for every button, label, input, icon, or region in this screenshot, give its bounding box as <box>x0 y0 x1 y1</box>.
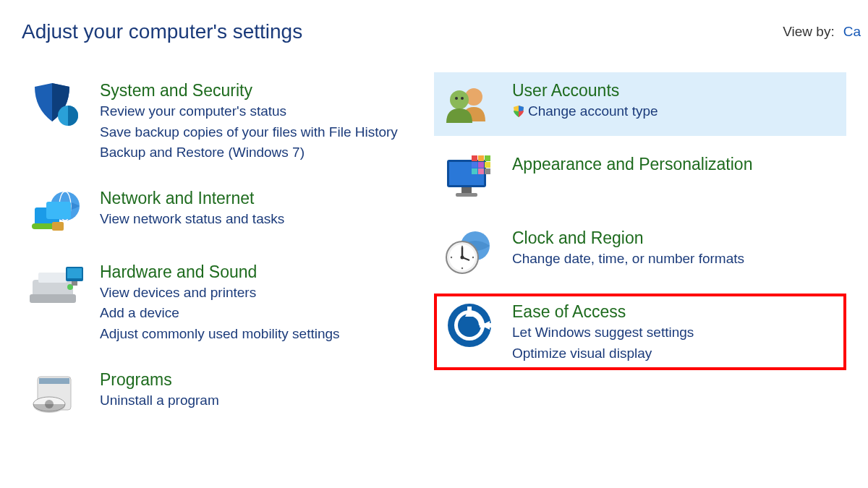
view-by-value[interactable]: Ca <box>843 24 861 40</box>
svg-rect-27 <box>461 187 472 193</box>
category-content: Ease of AccessLet Windows suggest settin… <box>512 301 694 363</box>
category-clock: Clock and RegionChange date, time, or nu… <box>434 220 846 283</box>
category-title[interactable]: Hardware and Sound <box>100 262 340 282</box>
category-link[interactable]: Optimize visual display <box>512 344 694 364</box>
category-link[interactable]: Let Windows suggest settings <box>512 323 694 343</box>
link-label: Change account type <box>528 102 658 121</box>
svg-rect-37 <box>485 168 490 174</box>
svg-rect-14 <box>72 281 77 286</box>
category-title[interactable]: Programs <box>100 370 219 390</box>
svg-point-22 <box>450 90 469 109</box>
category-appearance: Appearance and Personalization <box>434 146 846 210</box>
category-link[interactable]: Backup and Restore (Windows 7) <box>100 143 398 163</box>
category-link[interactable]: Uninstall a program <box>100 391 219 411</box>
ease-icon[interactable] <box>441 301 498 350</box>
clock-icon[interactable] <box>441 227 498 276</box>
svg-rect-10 <box>30 294 76 303</box>
category-content: User Accounts Change account type <box>512 80 658 129</box>
svg-point-24 <box>461 97 464 100</box>
link-label: Save backup copies of your files with Fi… <box>100 123 398 142</box>
programs-icon[interactable] <box>29 369 85 418</box>
svg-rect-36 <box>478 168 484 174</box>
category-title[interactable]: Network and Internet <box>100 189 284 208</box>
uac-shield-icon <box>512 105 525 118</box>
category-title[interactable]: System and Security <box>100 81 398 100</box>
category-link[interactable]: Adjust commonly used mobility settings <box>100 325 340 344</box>
svg-point-43 <box>461 256 464 260</box>
left-column: System and SecurityReview your computer'… <box>22 72 427 425</box>
category-content: ProgramsUninstall a program <box>100 369 219 418</box>
link-label: Backup and Restore (Windows 7) <box>100 143 305 163</box>
header: Adjust your computer's settings View by:… <box>0 0 868 43</box>
link-label: Add a device <box>100 304 179 323</box>
svg-rect-35 <box>472 168 477 174</box>
link-label: Uninstall a program <box>100 391 219 411</box>
category-ease: Ease of AccessLet Windows suggest settin… <box>434 294 846 370</box>
svg-rect-33 <box>478 162 484 168</box>
category-title[interactable]: Ease of Access <box>512 302 694 322</box>
category-content: Hardware and SoundView devices and print… <box>100 261 340 344</box>
category-link[interactable]: View devices and printers <box>100 283 340 303</box>
link-label: Adjust commonly used mobility settings <box>100 325 340 344</box>
category-network: Network and InternetView network status … <box>22 180 427 244</box>
category-link[interactable]: Add a device <box>100 304 340 323</box>
svg-rect-6 <box>52 222 64 231</box>
category-title[interactable]: Appearance and Personalization <box>512 155 752 174</box>
network-icon[interactable] <box>29 187 85 236</box>
link-label: View network status and tasks <box>100 210 284 229</box>
category-link[interactable]: Save backup copies of your files with Fi… <box>100 123 398 142</box>
category-columns: System and SecurityReview your computer'… <box>0 43 868 425</box>
svg-rect-13 <box>67 268 82 278</box>
svg-point-47 <box>472 257 474 258</box>
category-link[interactable]: Change account type <box>512 102 658 121</box>
category-title[interactable]: User Accounts <box>512 81 658 100</box>
svg-rect-16 <box>39 378 69 384</box>
svg-rect-9 <box>38 273 67 283</box>
category-hardware: Hardware and SoundView devices and print… <box>22 254 427 351</box>
category-content: Clock and RegionChange date, time, or nu… <box>512 227 744 276</box>
page-title: Adjust your computer's settings <box>22 20 302 43</box>
view-by-label: View by: <box>783 24 834 40</box>
category-content: Network and InternetView network status … <box>100 187 284 236</box>
svg-point-23 <box>455 97 458 100</box>
right-column: User Accounts Change account type <box>434 72 846 425</box>
category-link[interactable]: Change date, time, or number formats <box>512 249 744 269</box>
svg-rect-29 <box>472 155 477 161</box>
link-label: Let Windows suggest settings <box>512 323 694 343</box>
link-label: Review your computer's status <box>100 102 286 121</box>
svg-rect-34 <box>485 162 490 168</box>
shield-icon[interactable] <box>29 80 85 129</box>
category-link[interactable]: View network status and tasks <box>100 210 284 229</box>
svg-rect-4 <box>46 202 71 219</box>
svg-rect-31 <box>485 155 490 161</box>
category-content: Appearance and Personalization <box>512 153 752 202</box>
link-label: Change date, time, or number formats <box>512 249 744 269</box>
category-content: System and SecurityReview your computer'… <box>100 80 398 163</box>
svg-point-44 <box>461 246 463 247</box>
hardware-icon[interactable] <box>29 261 85 310</box>
svg-point-46 <box>451 257 452 258</box>
svg-rect-30 <box>478 155 484 161</box>
link-label: Optimize visual display <box>512 344 652 364</box>
category-link[interactable]: Review your computer's status <box>100 102 398 121</box>
svg-point-45 <box>461 267 463 269</box>
users-icon[interactable] <box>441 80 498 129</box>
category-programs: ProgramsUninstall a program <box>22 361 427 425</box>
category-shield: System and SecurityReview your computer'… <box>22 72 427 170</box>
link-label: View devices and printers <box>100 283 256 303</box>
svg-rect-32 <box>472 162 477 168</box>
view-by-control[interactable]: View by: Ca <box>783 24 868 40</box>
category-title[interactable]: Clock and Region <box>512 228 744 248</box>
category-users: User Accounts Change account type <box>434 72 846 136</box>
appearance-icon[interactable] <box>441 153 498 202</box>
svg-rect-28 <box>456 193 477 197</box>
